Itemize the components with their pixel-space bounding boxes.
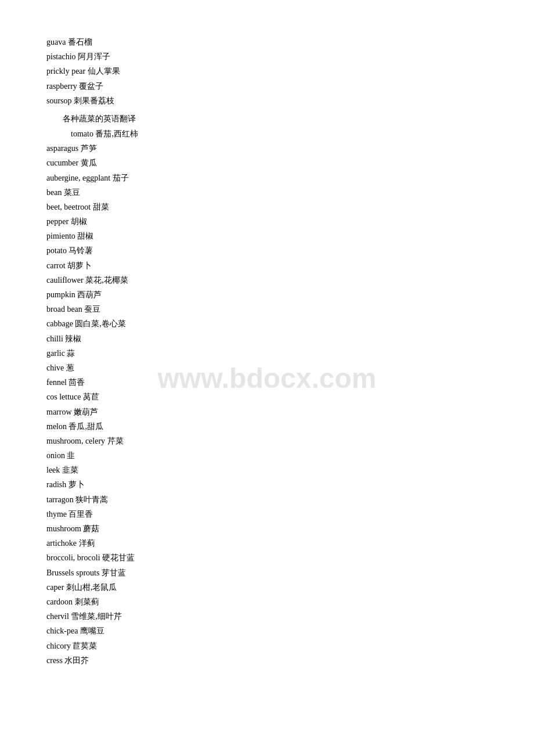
vegetable-item: fennel 茴香 [46,375,488,390]
vegetable-item: chicory 苣荬菜 [46,639,488,653]
vegetable-item: broad bean 蚕豆 [46,302,488,316]
vegetable-item: chilli 辣椒 [46,332,488,346]
vegetable-item: tomato 番茄,西红柿 [46,127,488,141]
vegetable-item: chervil 雪维菜,细叶芹 [46,609,488,624]
vegetable-item: mushroom 蘑菇 [46,521,488,536]
vegetable-item: marrow 嫩葫芦 [46,405,488,419]
fruits-section: guava 番石榴pistachio 阿月浑子prickly pear 仙人掌果… [46,35,488,108]
vegetable-item: beet, beetroot 甜菜 [46,200,488,214]
vegetable-item: tarragon 狭叶青蒿 [46,492,488,507]
vegetable-item: cabbage 圆白菜,卷心菜 [46,316,488,331]
section-title: 各种蔬菜的英语翻译 [46,114,488,124]
vegetable-item: radish 萝卜 [46,477,488,492]
vegetable-item: caper 刺山柑,老鼠瓜 [46,580,488,595]
vegetable-item: chick-pea 鹰嘴豆 [46,624,488,638]
fruit-item: guava 番石榴 [46,35,488,49]
content-block: guava 番石榴pistachio 阿月浑子prickly pear 仙人掌果… [46,35,488,668]
vegetable-item: bean 菜豆 [46,185,488,200]
vegetable-item: cress 水田芥 [46,653,488,668]
vegetable-item: pumpkin 西葫芦 [46,287,488,302]
fruit-item: raspberry 覆盆子 [46,79,488,93]
fruit-item: prickly pear 仙人掌果 [46,64,488,78]
vegetables-section: tomato 番茄,西红柿asparagus 芦笋cucumber 黄瓜aube… [46,127,488,668]
vegetable-item: broccoli, brocoli 硬花甘蓝 [46,550,488,565]
vegetable-item: thyme 百里香 [46,507,488,521]
vegetable-item: cardoon 刺菜蓟 [46,595,488,609]
vegetable-item: chive 葱 [46,361,488,375]
vegetable-item: garlic 蒜 [46,346,488,361]
vegetable-item: pepper 胡椒 [46,214,488,229]
vegetable-item: pimiento 甜椒 [46,229,488,243]
fruit-item: pistachio 阿月浑子 [46,49,488,64]
vegetable-item: mushroom, celery 芹菜 [46,434,488,448]
vegetable-item: Brussels sprouts 芽甘蓝 [46,566,488,580]
vegetable-item: onion 韭 [46,448,488,463]
vegetable-item: melon 香瓜,甜瓜 [46,419,488,434]
fruit-item: soursop 刺果番荔枝 [46,93,488,108]
vegetable-item: cucumber 黄瓜 [46,156,488,170]
vegetable-item: leek 韭菜 [46,463,488,477]
vegetable-item: aubergine, eggplant 茄子 [46,171,488,185]
vegetable-item: carrot 胡萝卜 [46,258,488,273]
vegetable-item: asparagus 芦笋 [46,141,488,156]
vegetable-item: potato 马铃薯 [46,243,488,258]
vegetable-item: cos lettuce 莴苣 [46,390,488,404]
vegetable-item: artichoke 洋蓟 [46,536,488,550]
vegetable-item: cauliflower 菜花,花椰菜 [46,273,488,287]
